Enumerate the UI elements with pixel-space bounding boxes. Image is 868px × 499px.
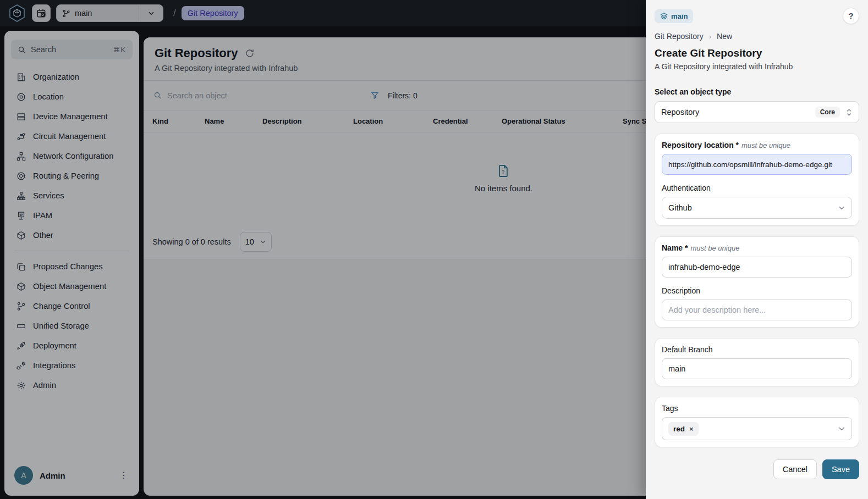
authentication-select[interactable]: Github bbox=[662, 197, 852, 219]
chevron-down-icon bbox=[838, 204, 845, 212]
tags-multiselect[interactable]: red × bbox=[662, 417, 852, 440]
description-label: Description bbox=[662, 286, 852, 295]
tag-chip-red: red × bbox=[668, 422, 699, 436]
description-input[interactable] bbox=[662, 300, 852, 320]
chevron-down-icon bbox=[838, 425, 845, 433]
tags-label: Tags bbox=[662, 404, 852, 413]
object-type-select[interactable]: Repository Core bbox=[655, 101, 859, 123]
drawer-breadcrumb: Git Repository › New bbox=[655, 32, 859, 41]
drawer-breadcrumb-current: New bbox=[717, 32, 732, 41]
authentication-value: Github bbox=[668, 203, 692, 212]
drawer-actions: Cancel Save bbox=[655, 459, 859, 479]
default-branch-card: Default Branch bbox=[655, 338, 859, 386]
object-type-value: Repository bbox=[661, 108, 699, 117]
layers-icon bbox=[660, 12, 668, 20]
name-input[interactable] bbox=[662, 257, 852, 278]
cancel-button[interactable]: Cancel bbox=[773, 459, 817, 479]
repository-card: Repository location *must be unique Auth… bbox=[655, 134, 859, 226]
default-branch-label: Default Branch bbox=[662, 345, 852, 354]
unique-hint: must be unique bbox=[690, 244, 739, 252]
tags-card: Tags red × bbox=[655, 397, 859, 447]
name-label: Name *must be unique bbox=[662, 243, 852, 252]
drawer-branch-badge: main bbox=[655, 9, 693, 23]
help-button[interactable]: ? bbox=[843, 8, 859, 24]
remove-tag-icon[interactable]: × bbox=[689, 425, 694, 433]
repository-location-input[interactable] bbox=[662, 154, 852, 175]
authentication-label: Authentication bbox=[662, 184, 852, 192]
name-description-card: Name *must be unique Description bbox=[655, 236, 859, 328]
drawer-branch-name: main bbox=[671, 12, 688, 20]
chevrons-up-down-icon bbox=[845, 108, 853, 117]
default-branch-input[interactable] bbox=[662, 358, 852, 379]
save-button[interactable]: Save bbox=[822, 459, 859, 479]
object-type-label: Select an object type bbox=[655, 87, 859, 96]
drawer-subtitle: A Git Repository integrated with Infrahu… bbox=[655, 62, 859, 71]
create-git-repository-drawer: main ? Git Repository › New Create Git R… bbox=[646, 0, 868, 499]
namespace-badge: Core bbox=[815, 107, 840, 118]
tag-chip-label: red bbox=[673, 425, 685, 433]
drawer-breadcrumb-parent[interactable]: Git Repository bbox=[655, 32, 704, 41]
drawer-title: Create Git Repository bbox=[655, 47, 859, 59]
chevron-right-icon: › bbox=[709, 32, 711, 41]
unique-hint: must be unique bbox=[741, 141, 790, 149]
repository-location-label: Repository location *must be unique bbox=[662, 141, 852, 149]
